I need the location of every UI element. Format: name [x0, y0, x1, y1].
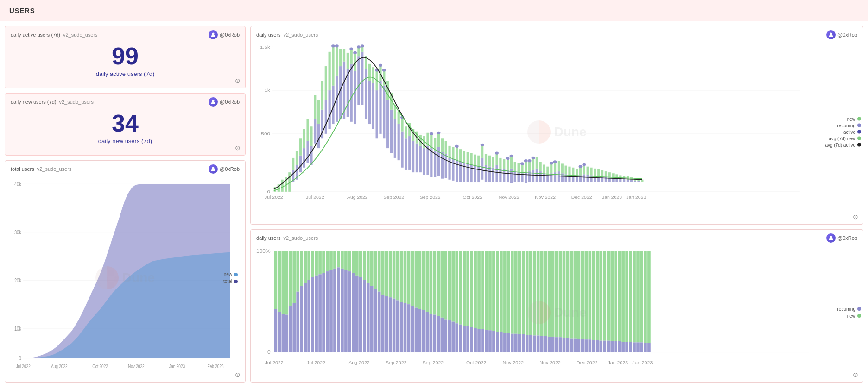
svg-rect-325: [378, 292, 381, 352]
daily-active-check: ⊙: [235, 77, 241, 84]
svg-rect-192: [543, 173, 545, 182]
svg-rect-139: [459, 149, 462, 162]
svg-rect-197: [550, 164, 552, 173]
svg-rect-365: [451, 322, 455, 352]
svg-text:Sep 2022: Sep 2022: [383, 195, 404, 200]
legend-avg-new-top: avg (7d) new: [815, 136, 861, 141]
page-header: USERS: [0, 0, 868, 21]
svg-rect-287: [307, 280, 310, 352]
svg-rect-179: [525, 172, 527, 183]
svg-rect-448: [607, 251, 610, 341]
svg-point-181: [524, 159, 528, 162]
svg-rect-315: [359, 277, 362, 352]
svg-rect-238: [619, 179, 621, 182]
svg-rect-119: [430, 148, 432, 177]
svg-rect-202: [558, 171, 560, 182]
svg-rect-470: [647, 251, 651, 343]
svg-text:Nov 2022: Nov 2022: [128, 364, 145, 370]
card-title-row-new: daily new users (7d) v2_sudo_users: [11, 99, 94, 105]
svg-rect-275: [285, 315, 288, 352]
svg-rect-76: [361, 52, 363, 105]
svg-rect-145: [470, 153, 473, 165]
svg-text:100%: 100%: [256, 249, 271, 254]
svg-rect-398: [514, 251, 518, 334]
svg-point-2: [212, 167, 215, 169]
svg-rect-372: [466, 251, 469, 326]
svg-text:Nov 2022: Nov 2022: [503, 360, 524, 365]
svg-rect-191: [539, 162, 542, 171]
svg-rect-364: [451, 251, 455, 322]
svg-rect-379: [477, 329, 481, 352]
card-header-daily-top: daily users v2_sudo_users @0xRob: [251, 26, 863, 41]
svg-rect-385: [488, 331, 492, 352]
svg-rect-100: [398, 124, 400, 160]
daily-users-top-subtitle: v2_sudo_users: [284, 32, 318, 38]
svg-rect-30: [281, 180, 284, 192]
daily-users-bottom-card: daily users v2_sudo_users @0xRob 1: [250, 229, 863, 383]
svg-text:10k: 10k: [14, 326, 21, 332]
svg-rect-73: [357, 56, 360, 105]
svg-rect-297: [326, 271, 329, 352]
svg-rect-400: [518, 251, 521, 335]
svg-rect-85: [376, 90, 378, 138]
svg-rect-442: [596, 251, 599, 340]
legend-avg-active-top: avg (7d) active: [815, 142, 861, 147]
svg-point-69: [349, 47, 353, 50]
svg-rect-338: [404, 251, 407, 303]
svg-rect-348: [422, 251, 425, 310]
svg-point-78: [361, 44, 364, 47]
svg-rect-127: [441, 152, 444, 178]
svg-rect-96: [390, 110, 393, 153]
svg-rect-101: [398, 112, 400, 124]
svg-text:Aug 2022: Aug 2022: [347, 195, 368, 200]
svg-rect-211: [572, 168, 574, 176]
svg-rect-231: [605, 171, 607, 177]
svg-rect-125: [437, 134, 440, 147]
daily-users-top-author: @0xRob: [837, 32, 857, 38]
svg-rect-360: [444, 251, 447, 320]
svg-rect-410: [537, 251, 540, 336]
svg-rect-438: [589, 251, 592, 340]
page-title: USERS: [9, 6, 35, 14]
svg-rect-229: [601, 170, 603, 177]
svg-rect-206: [564, 174, 567, 182]
legend-avg-new-top-dot: [857, 137, 861, 140]
svg-rect-129: [445, 154, 447, 178]
left-column: daily active users (7d) v2_sudo_users @0…: [5, 26, 246, 383]
svg-rect-425: [563, 338, 566, 352]
svg-rect-272: [281, 251, 285, 314]
daily-users-top-chart: 1.5k 1k 500 0: [254, 42, 812, 220]
daily-users-bottom-check: ⊙: [853, 371, 858, 378]
svg-rect-416: [548, 251, 551, 337]
svg-rect-461: [629, 342, 632, 352]
svg-rect-447: [603, 341, 606, 352]
svg-text:0: 0: [267, 350, 271, 355]
svg-rect-167: [507, 159, 509, 170]
legend-total: total: [223, 279, 238, 284]
legend-recurring-bottom: recurring: [824, 307, 861, 312]
card-header-new: daily new users (7d) v2_sudo_users @0xRo…: [5, 94, 245, 108]
svg-rect-370: [463, 251, 466, 326]
svg-rect-334: [396, 251, 399, 301]
svg-rect-387: [492, 331, 495, 352]
svg-rect-335: [396, 301, 399, 352]
svg-rect-346: [418, 251, 422, 309]
svg-rect-353: [430, 314, 433, 352]
svg-rect-390: [500, 251, 503, 333]
svg-point-161: [495, 151, 499, 154]
legend-recurring-bottom-label: recurring: [837, 307, 855, 312]
svg-rect-419: [551, 337, 555, 352]
svg-rect-196: [550, 173, 552, 182]
svg-rect-405: [526, 335, 529, 352]
svg-rect-59: [336, 47, 338, 75]
svg-rect-159: [495, 165, 498, 182]
svg-rect-392: [503, 251, 507, 333]
svg-rect-91: [383, 86, 385, 139]
daily-active-author-tag: @0xRob: [209, 30, 240, 39]
svg-rect-270: [278, 251, 281, 312]
svg-rect-151: [481, 146, 483, 158]
svg-rect-295: [322, 273, 325, 352]
svg-rect-236: [615, 179, 618, 182]
daily-users-top-check: ⊙: [853, 213, 858, 220]
svg-rect-307: [344, 270, 348, 352]
